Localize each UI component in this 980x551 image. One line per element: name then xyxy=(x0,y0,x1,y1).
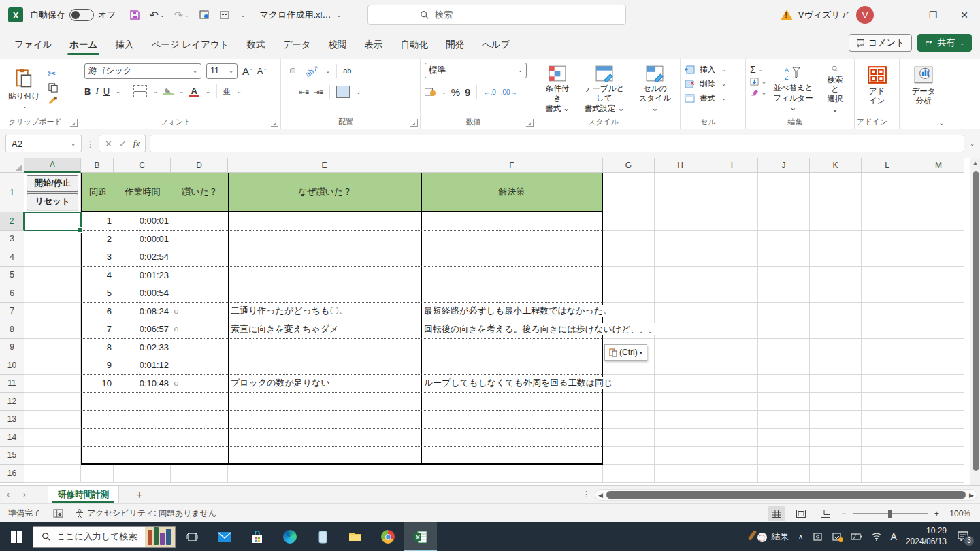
increase-font-button[interactable]: Aˆ xyxy=(242,65,252,77)
cell-K15[interactable] xyxy=(810,447,862,465)
prev-sheet-button[interactable]: ‹ xyxy=(0,490,16,499)
increase-decimal-button[interactable]: ←.0 xyxy=(483,88,495,96)
cell-I10[interactable] xyxy=(706,356,758,375)
format-painter-button[interactable] xyxy=(48,97,59,106)
cell-E12[interactable] xyxy=(228,393,421,411)
cell-I9[interactable] xyxy=(706,339,758,357)
paste-button[interactable]: 貼り付け⌄ xyxy=(4,63,44,116)
row-header-12[interactable]: 12 xyxy=(0,393,24,411)
cell-E5[interactable] xyxy=(228,267,421,285)
percent-button[interactable]: % xyxy=(451,86,460,98)
cell-K5[interactable] xyxy=(810,267,862,285)
news-widget[interactable]: 結果 xyxy=(755,531,789,543)
row-header-11[interactable]: 11 xyxy=(0,375,24,393)
cell-B14[interactable] xyxy=(81,429,114,447)
zoom-out-button[interactable]: − xyxy=(841,509,846,518)
cell-F16[interactable] xyxy=(421,465,603,483)
cell-A11[interactable] xyxy=(24,375,81,393)
autosave-switch-icon[interactable] xyxy=(69,9,94,21)
cell-C10[interactable]: 0:01:12 xyxy=(114,356,171,375)
start-stop-button[interactable]: 開始/停止 xyxy=(27,175,78,192)
cell-C2[interactable]: 0:00:01 xyxy=(114,212,171,231)
cell-I14[interactable] xyxy=(706,429,758,447)
cell-D14[interactable] xyxy=(171,429,228,447)
cell-A6[interactable] xyxy=(24,284,81,303)
formula-input[interactable] xyxy=(150,135,964,152)
alignment-dialog-launcher[interactable]: ⌟ xyxy=(410,119,418,127)
comma-style-button[interactable]: 9 xyxy=(465,86,470,98)
zoom-slider-thumb[interactable] xyxy=(888,510,892,518)
decrease-indent-button[interactable]: ⇤≡ xyxy=(299,88,309,96)
row-header-4[interactable]: 4 xyxy=(0,248,24,267)
cell-M15[interactable] xyxy=(913,447,964,465)
table-header-time[interactable]: 作業時間 xyxy=(114,173,171,212)
cell-L12[interactable] xyxy=(862,393,913,411)
cell-B13[interactable] xyxy=(81,411,114,429)
cell-H13[interactable] xyxy=(655,411,706,429)
cell-E7[interactable]: 二通り作ったがどっちも〇。 xyxy=(228,303,421,321)
cell-H7[interactable] xyxy=(655,303,706,321)
clipboard-dialog-launcher[interactable]: ⌟ xyxy=(70,119,78,127)
cell-F7[interactable]: 最短経路が必ずしも最小工程数ではなかった。 xyxy=(421,303,603,321)
table-header-reason[interactable]: なぜ躓いた？ xyxy=(228,173,421,212)
cell-M2[interactable] xyxy=(913,212,964,231)
cell-M5[interactable] xyxy=(913,267,964,285)
row-header-16[interactable]: 16 xyxy=(0,465,24,483)
expand-formula-bar-button[interactable]: ⌄ xyxy=(970,141,975,147)
insert-cells-button[interactable]: 挿入⌄ xyxy=(685,63,741,77)
row-header-2[interactable]: 2 xyxy=(0,212,24,231)
cell-E16[interactable] xyxy=(228,465,421,483)
cell-H5[interactable] xyxy=(655,267,706,285)
cell-D16[interactable] xyxy=(171,465,228,483)
cell-K7[interactable] xyxy=(810,303,862,321)
notification-center-button[interactable]: 3 xyxy=(956,531,973,544)
cell-J11[interactable] xyxy=(758,375,810,393)
task-view-button[interactable] xyxy=(176,522,208,551)
table-header-problem[interactable]: 問題 xyxy=(81,173,114,212)
column-header-H[interactable]: H xyxy=(655,158,706,173)
ribbon-tab-8[interactable]: 自動化 xyxy=(392,33,438,59)
column-header-M[interactable]: M xyxy=(913,158,964,173)
cell-K11[interactable] xyxy=(810,375,862,393)
cell-B16[interactable] xyxy=(81,465,114,483)
select-all-corner[interactable] xyxy=(0,158,24,173)
cell-D8[interactable]: ○ xyxy=(171,320,228,339)
scrollbar-grip[interactable]: ⋮ xyxy=(583,490,591,499)
tray-cast-icon[interactable] xyxy=(813,532,823,541)
cut-button[interactable]: ✂ xyxy=(48,68,59,79)
cell-H16[interactable] xyxy=(655,465,706,483)
horizontal-scrollbar[interactable]: ◀ ▶ xyxy=(595,489,977,501)
vertical-scroll-thumb[interactable] xyxy=(973,171,979,471)
cell-A2[interactable] xyxy=(24,212,81,231)
ribbon-tab-1[interactable]: ホーム xyxy=(61,33,106,59)
borders-button[interactable] xyxy=(133,85,147,97)
search-input[interactable]: 検索 xyxy=(368,5,626,25)
cell-L14[interactable] xyxy=(862,429,913,447)
cell-H10[interactable] xyxy=(655,356,706,375)
zoom-slider[interactable] xyxy=(853,513,928,514)
copy-button[interactable] xyxy=(48,83,58,93)
cell-E14[interactable] xyxy=(228,429,421,447)
format-as-table-button[interactable]: テーブルとして 書式設定 ⌄ xyxy=(577,63,632,116)
ribbon-tab-3[interactable]: ページ レイアウト xyxy=(142,33,238,59)
cell-J14[interactable] xyxy=(758,429,810,447)
cell-K1[interactable] xyxy=(810,173,862,212)
cell-B6[interactable]: 5 xyxy=(81,284,114,303)
collapse-ribbon-button[interactable]: ⌄ xyxy=(938,119,945,127)
cell-L13[interactable] xyxy=(862,411,913,429)
cell-J1[interactable] xyxy=(758,173,810,212)
row-header-1[interactable]: 1 xyxy=(0,173,24,212)
cell-I6[interactable] xyxy=(706,284,758,303)
cancel-formula-button[interactable]: ✕ xyxy=(105,139,112,149)
clock[interactable]: 10:29 2024/06/13 xyxy=(906,526,947,547)
cell-C9[interactable]: 0:02:33 xyxy=(114,339,171,357)
warning-icon[interactable] xyxy=(781,10,793,20)
row-header-8[interactable]: 8 xyxy=(0,320,24,339)
cell-F13[interactable] xyxy=(421,411,603,429)
page-layout-view-button[interactable] xyxy=(792,506,810,521)
ribbon-tab-9[interactable]: 開発 xyxy=(437,33,473,59)
cell-I16[interactable] xyxy=(706,465,758,483)
fill-button[interactable]: ⌄ xyxy=(750,78,766,86)
undo-button[interactable]: ↶⌄ xyxy=(146,6,168,24)
cell-H6[interactable] xyxy=(655,284,706,303)
